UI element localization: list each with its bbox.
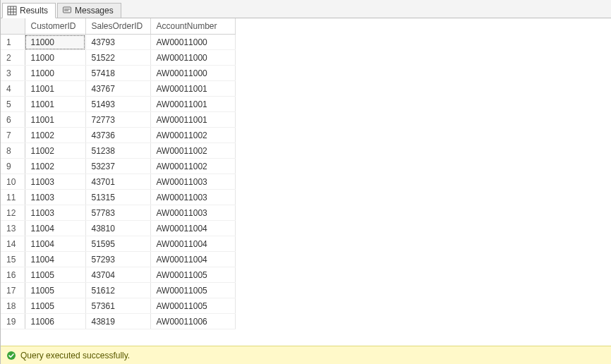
row-number-cell[interactable]: 16 [1, 267, 25, 283]
cell-customerid[interactable]: 11003 [25, 174, 85, 190]
row-number-cell[interactable]: 4 [1, 81, 25, 97]
cell-customerid[interactable]: 11003 [25, 190, 85, 205]
row-number-cell[interactable]: 6 [1, 112, 25, 128]
cell-salesorderid[interactable]: 51595 [85, 236, 150, 252]
cell-accountnumber[interactable]: AW00011004 [150, 221, 235, 236]
cell-accountnumber[interactable]: AW00011003 [150, 174, 235, 190]
cell-salesorderid[interactable]: 43793 [85, 35, 150, 50]
cell-salesorderid[interactable]: 51238 [85, 143, 150, 159]
table-row[interactable]: 131100443810AW00011004 [1, 221, 235, 236]
table-row[interactable]: 161100543704AW00011005 [1, 267, 235, 283]
cell-salesorderid[interactable]: 43810 [85, 221, 150, 236]
cell-salesorderid[interactable]: 51522 [85, 50, 150, 66]
row-number-cell[interactable]: 13 [1, 221, 25, 236]
cell-customerid[interactable]: 11004 [25, 236, 85, 252]
cell-salesorderid[interactable]: 43736 [85, 128, 150, 143]
row-number-cell[interactable]: 11 [1, 190, 25, 205]
cell-customerid[interactable]: 11002 [25, 143, 85, 159]
cell-salesorderid[interactable]: 51612 [85, 283, 150, 298]
row-number-cell[interactable]: 18 [1, 298, 25, 314]
cell-salesorderid[interactable]: 43701 [85, 174, 150, 190]
table-row[interactable]: 61100172773AW00011001 [1, 112, 235, 128]
cell-accountnumber[interactable]: AW00011002 [150, 143, 235, 159]
tab-results[interactable]: Results [2, 3, 56, 18]
table-row[interactable]: 11100043793AW00011000 [1, 35, 235, 50]
cell-accountnumber[interactable]: AW00011000 [150, 35, 235, 50]
row-number-cell[interactable]: 17 [1, 283, 25, 298]
cell-customerid[interactable]: 11005 [25, 267, 85, 283]
cell-accountnumber[interactable]: AW00011001 [150, 112, 235, 128]
cell-salesorderid[interactable]: 57361 [85, 298, 150, 314]
cell-customerid[interactable]: 11000 [25, 66, 85, 81]
cell-customerid[interactable]: 11005 [25, 298, 85, 314]
row-number-cell[interactable]: 7 [1, 128, 25, 143]
cell-customerid[interactable]: 11006 [25, 314, 85, 329]
cell-salesorderid[interactable]: 53237 [85, 159, 150, 174]
cell-customerid[interactable]: 11002 [25, 128, 85, 143]
cell-customerid[interactable]: 11003 [25, 205, 85, 221]
row-number-cell[interactable]: 15 [1, 252, 25, 267]
cell-salesorderid[interactable]: 43819 [85, 314, 150, 329]
cell-salesorderid[interactable]: 72773 [85, 112, 150, 128]
table-row[interactable]: 91100253237AW00011002 [1, 159, 235, 174]
column-header-salesorderid[interactable]: SalesOrderID [85, 18, 150, 35]
row-number-cell[interactable]: 14 [1, 236, 25, 252]
cell-accountnumber[interactable]: AW00011002 [150, 159, 235, 174]
cell-accountnumber[interactable]: AW00011006 [150, 314, 235, 329]
cell-salesorderid[interactable]: 43767 [85, 81, 150, 97]
cell-customerid[interactable]: 11001 [25, 112, 85, 128]
cell-salesorderid[interactable]: 57293 [85, 252, 150, 267]
table-row[interactable]: 51100151493AW00011001 [1, 97, 235, 112]
cell-customerid[interactable]: 11000 [25, 50, 85, 66]
cell-customerid[interactable]: 11001 [25, 97, 85, 112]
table-row[interactable]: 71100243736AW00011002 [1, 128, 235, 143]
cell-accountnumber[interactable]: AW00011002 [150, 128, 235, 143]
cell-salesorderid[interactable]: 57418 [85, 66, 150, 81]
table-row[interactable]: 181100557361AW00011005 [1, 298, 235, 314]
cell-accountnumber[interactable]: AW00011001 [150, 97, 235, 112]
cell-accountnumber[interactable]: AW00011003 [150, 205, 235, 221]
row-number-cell[interactable]: 8 [1, 143, 25, 159]
cell-customerid[interactable]: 11004 [25, 221, 85, 236]
row-number-cell[interactable]: 10 [1, 174, 25, 190]
row-number-cell[interactable]: 19 [1, 314, 25, 329]
table-row[interactable]: 31100057418AW00011000 [1, 66, 235, 81]
row-number-cell[interactable]: 5 [1, 97, 25, 112]
table-row[interactable]: 151100457293AW00011004 [1, 252, 235, 267]
row-number-cell[interactable]: 1 [1, 35, 25, 50]
cell-customerid[interactable]: 11000 [25, 35, 85, 50]
cell-accountnumber[interactable]: AW00011005 [150, 283, 235, 298]
results-grid-container[interactable]: CustomerID SalesOrderID AccountNumber 11… [1, 18, 611, 346]
table-row[interactable]: 141100451595AW00011004 [1, 236, 235, 252]
row-number-cell[interactable]: 12 [1, 205, 25, 221]
cell-customerid[interactable]: 11005 [25, 283, 85, 298]
table-row[interactable]: 121100357783AW00011003 [1, 205, 235, 221]
cell-customerid[interactable]: 11002 [25, 159, 85, 174]
row-number-header[interactable] [1, 18, 25, 35]
cell-accountnumber[interactable]: AW00011000 [150, 50, 235, 66]
cell-accountnumber[interactable]: AW00011001 [150, 81, 235, 97]
cell-salesorderid[interactable]: 57783 [85, 205, 150, 221]
column-header-accountnumber[interactable]: AccountNumber [150, 18, 235, 35]
cell-salesorderid[interactable]: 43704 [85, 267, 150, 283]
cell-salesorderid[interactable]: 51315 [85, 190, 150, 205]
row-number-cell[interactable]: 2 [1, 50, 25, 66]
row-number-cell[interactable]: 3 [1, 66, 25, 81]
table-row[interactable]: 21100051522AW00011000 [1, 50, 235, 66]
tab-messages[interactable]: Messages [57, 3, 121, 18]
cell-accountnumber[interactable]: AW00011000 [150, 66, 235, 81]
table-row[interactable]: 81100251238AW00011002 [1, 143, 235, 159]
cell-salesorderid[interactable]: 51493 [85, 97, 150, 112]
cell-customerid[interactable]: 11004 [25, 252, 85, 267]
cell-accountnumber[interactable]: AW00011005 [150, 267, 235, 283]
cell-accountnumber[interactable]: AW00011005 [150, 298, 235, 314]
cell-accountnumber[interactable]: AW00011004 [150, 252, 235, 267]
cell-accountnumber[interactable]: AW00011003 [150, 190, 235, 205]
table-row[interactable]: 111100351315AW00011003 [1, 190, 235, 205]
table-row[interactable]: 171100551612AW00011005 [1, 283, 235, 298]
row-number-cell[interactable]: 9 [1, 159, 25, 174]
table-row[interactable]: 191100643819AW00011006 [1, 314, 235, 329]
column-header-customerid[interactable]: CustomerID [25, 18, 85, 35]
cell-customerid[interactable]: 11001 [25, 81, 85, 97]
table-row[interactable]: 41100143767AW00011001 [1, 81, 235, 97]
